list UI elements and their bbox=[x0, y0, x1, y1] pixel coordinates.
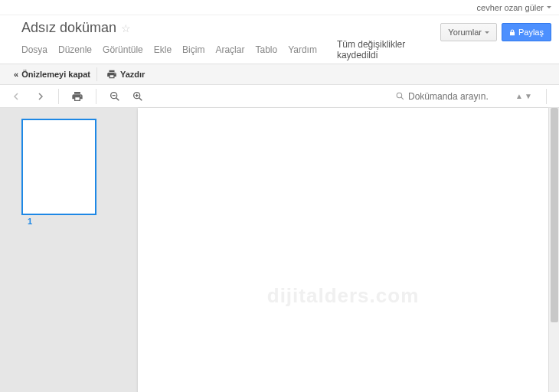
prev-page-button[interactable] bbox=[8, 87, 26, 106]
svg-point-2 bbox=[397, 93, 402, 98]
zoom-in-icon bbox=[132, 90, 144, 103]
menu-edit[interactable]: Düzenle bbox=[58, 44, 92, 55]
menu-view[interactable]: Görüntüle bbox=[103, 44, 143, 55]
print-label: Yazdır bbox=[120, 70, 145, 79]
print-button[interactable]: Yazdır bbox=[100, 67, 151, 82]
zoom-out-icon bbox=[109, 90, 121, 103]
toolbar: ▲ ▼ bbox=[0, 85, 559, 108]
secondary-bar: « Önizlemeyi kapat Yazdır bbox=[0, 64, 559, 85]
search-next[interactable]: ▼ bbox=[525, 92, 532, 100]
main-area: 1 dijitalders.com bbox=[0, 108, 559, 392]
top-account-bar: cevher ozan güler bbox=[0, 0, 559, 15]
header: Adsız doküman ☆ Dosya Düzenle Görüntüle … bbox=[0, 15, 559, 64]
chevron-down-icon bbox=[485, 31, 489, 34]
menu-format[interactable]: Biçim bbox=[182, 44, 204, 55]
chevron-right-icon bbox=[36, 93, 44, 100]
lock-icon bbox=[509, 29, 515, 36]
star-icon[interactable]: ☆ bbox=[121, 22, 131, 34]
page-thumbnail-1[interactable] bbox=[21, 119, 96, 215]
share-button[interactable]: Paylaş bbox=[502, 23, 551, 41]
menu-table[interactable]: Tablo bbox=[255, 44, 277, 55]
scroll-thumb[interactable] bbox=[551, 108, 558, 322]
vertical-scrollbar[interactable] bbox=[548, 108, 559, 392]
page-number-1: 1 bbox=[28, 217, 138, 226]
print-icon bbox=[71, 90, 83, 103]
document-canvas[interactable]: dijitalders.com bbox=[138, 108, 548, 392]
menu-file[interactable]: Dosya bbox=[21, 44, 47, 55]
close-preview-button[interactable]: « Önizlemeyi kapat bbox=[8, 67, 97, 81]
search-icon bbox=[395, 91, 405, 101]
menu-tools[interactable]: Araçlar bbox=[215, 44, 244, 55]
chevron-down-icon bbox=[547, 6, 551, 8]
print-tool-button[interactable] bbox=[68, 87, 87, 106]
watermark: dijitalders.com bbox=[267, 284, 420, 308]
comments-button[interactable]: Yorumlar bbox=[440, 23, 497, 41]
user-menu[interactable]: cevher ozan güler bbox=[477, 3, 551, 12]
next-page-button[interactable] bbox=[31, 87, 49, 106]
comments-label: Yorumlar bbox=[448, 28, 482, 37]
thumbnail-sidebar: 1 bbox=[0, 108, 138, 392]
search-box[interactable]: ▲ ▼ bbox=[391, 89, 537, 104]
menu-bar: Dosya Düzenle Görüntüle Ekle Biçim Araçl… bbox=[21, 39, 440, 60]
zoom-in-button[interactable] bbox=[129, 87, 147, 106]
menu-insert[interactable]: Ekle bbox=[154, 44, 172, 55]
user-name: cevher ozan güler bbox=[477, 3, 544, 12]
close-preview-label: Önizlemeyi kapat bbox=[21, 70, 90, 79]
search-prev[interactable]: ▲ bbox=[515, 92, 523, 100]
save-status: Tüm değişiklikler kaydedildi bbox=[337, 39, 440, 60]
menu-help[interactable]: Yardım bbox=[288, 44, 317, 55]
search-input[interactable] bbox=[408, 91, 508, 102]
chevron-left-icon: « bbox=[14, 70, 18, 79]
zoom-out-button[interactable] bbox=[106, 87, 124, 106]
share-label: Paylaş bbox=[518, 28, 544, 37]
print-icon bbox=[106, 69, 117, 80]
chevron-left-icon bbox=[13, 93, 21, 100]
document-title[interactable]: Adsız doküman bbox=[21, 20, 116, 36]
